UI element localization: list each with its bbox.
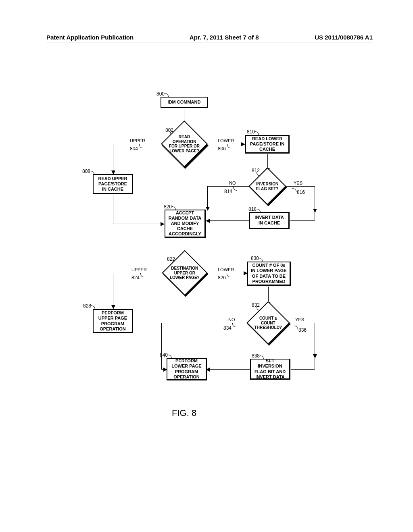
- box-accept-data: ACCEPT RANDOM DATA AND MODIFY CACHE ACCO…: [165, 210, 206, 238]
- box-count-zeros: COUNT # OF 0s IN LOWER PAGE OF DATA TO B…: [247, 262, 291, 286]
- label-lower-806: LOWER: [218, 138, 234, 143]
- label-lower-826: LOWER: [218, 267, 234, 272]
- ref-820: 820: [164, 204, 172, 210]
- label-no-834: NO: [228, 317, 235, 322]
- ref-836: 836: [298, 327, 307, 333]
- ref-826: 826: [218, 275, 226, 281]
- ref-830: 830: [251, 256, 259, 261]
- ref-806: 806: [218, 146, 226, 152]
- ref-828: 828: [83, 303, 91, 309]
- ref-840: 840: [160, 352, 168, 358]
- ref-818: 818: [248, 206, 257, 212]
- label-upper-804: UPPER: [130, 138, 145, 143]
- box-idm-command: IDM COMMAND: [161, 97, 208, 108]
- ref-800: 800: [156, 91, 165, 97]
- ref-824: 824: [131, 275, 140, 281]
- box-perform-lower: PERFORM LOWER PAGE PROGRAM OPERATION: [167, 358, 207, 380]
- flowchart: 800 IDM COMMAND 802 READ OPERATION FOR U…: [40, 73, 371, 496]
- ref-838: 838: [252, 353, 260, 359]
- header-right: US 2011/0080786 A1: [315, 34, 373, 41]
- box-invert-data: INVERT DATA IN CACHE: [249, 212, 290, 229]
- label-yes-816: YES: [294, 181, 302, 185]
- ref-808: 808: [82, 168, 90, 174]
- ref-834: 834: [223, 325, 232, 331]
- ref-810: 810: [247, 129, 255, 135]
- box-perform-upper: PERFORM UPPER PAGE PROGRAM OPERATION: [93, 309, 133, 333]
- page-header: Patent Application Publication Apr. 7, 2…: [0, 34, 413, 46]
- ref-804: 804: [130, 146, 138, 152]
- header-middle: Apr. 7, 2011 Sheet 7 of 8: [190, 34, 259, 41]
- box-set-inversion: SET INVERSION FLAG BIT AND INVERT DATA: [250, 359, 290, 380]
- box-read-lower: READ LOWER PAGE/STORE IN CACHE: [245, 135, 290, 154]
- ref-816: 816: [297, 189, 305, 195]
- header-left: Patent Application Publication: [46, 34, 133, 41]
- label-yes-836: YES: [295, 317, 304, 322]
- ref-814: 814: [224, 189, 232, 194]
- figure-label: FIG. 8: [172, 408, 196, 418]
- label-no-814: NO: [229, 181, 236, 185]
- label-upper-824: UPPER: [131, 267, 147, 272]
- box-read-upper: READ UPPER PAGE/STORE IN CACHE: [93, 174, 133, 194]
